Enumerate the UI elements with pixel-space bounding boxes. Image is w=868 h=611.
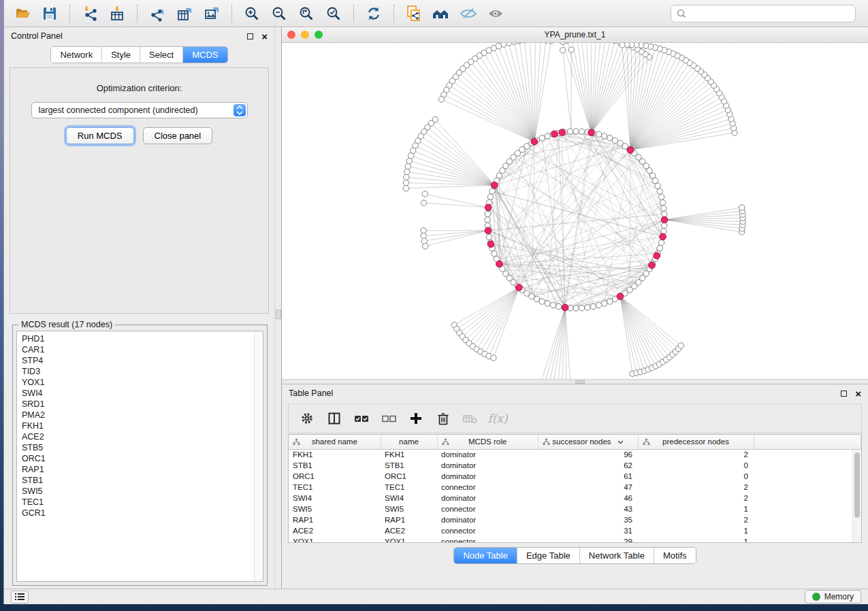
tab-motifs[interactable]: Motifs: [654, 548, 696, 563]
import-table-button[interactable]: [106, 3, 129, 24]
zoom-selected-button[interactable]: [322, 3, 345, 24]
zoom-fit-button[interactable]: [295, 3, 318, 24]
list-item[interactable]: TID3: [22, 366, 263, 377]
list-item[interactable]: PHD1: [22, 333, 263, 344]
table-scrollbar[interactable]: [852, 450, 861, 542]
import-network-button[interactable]: [78, 3, 101, 24]
list-item[interactable]: SWI4: [22, 388, 263, 399]
unchecked-checkboxes-icon: [381, 411, 397, 426]
tab-select[interactable]: Select: [140, 47, 183, 63]
memory-button[interactable]: Memory: [805, 590, 861, 604]
delete-columns-button[interactable]: [433, 408, 453, 429]
list-item[interactable]: TEC1: [22, 497, 263, 508]
deselect-all-button[interactable]: [379, 408, 399, 429]
tab-node-table[interactable]: Node Table: [454, 548, 517, 563]
tab-network[interactable]: Network: [51, 47, 102, 63]
column-header-predecessor-nodes[interactable]: predecessor nodes: [638, 435, 754, 449]
save-session-button[interactable]: [38, 3, 61, 24]
list-item[interactable]: STP4: [22, 355, 263, 366]
network-canvas[interactable]: [282, 43, 868, 379]
table-row[interactable]: STB1 STB1 dominator 62 0: [289, 460, 861, 471]
open-file-button[interactable]: [11, 3, 34, 24]
show-all-button[interactable]: [484, 3, 507, 24]
zoom-in-button[interactable]: [240, 3, 263, 24]
table-row[interactable]: RAP1 RAP1 dominator 35 2: [289, 514, 861, 525]
list-item[interactable]: SWI5: [22, 486, 263, 497]
function-builder-button[interactable]: f(x): [487, 408, 508, 429]
list-item[interactable]: RAP1: [22, 464, 263, 475]
list-item[interactable]: CAR1: [22, 344, 263, 355]
float-panel-icon[interactable]: [841, 391, 847, 397]
export-table-button[interactable]: [173, 3, 196, 24]
zoom-out-icon: [271, 5, 287, 22]
list-item[interactable]: ORC1: [22, 453, 263, 464]
list-item[interactable]: ACE2: [22, 431, 263, 442]
select-all-button[interactable]: [351, 408, 372, 429]
toolbar-separator: [353, 5, 354, 22]
search-box[interactable]: [671, 5, 856, 22]
tab-network-table[interactable]: Network Table: [580, 548, 654, 563]
delete-table-icon: [462, 411, 479, 426]
export-network-button[interactable]: [146, 3, 169, 24]
column-header-shared-name[interactable]: shared name: [289, 435, 381, 449]
home-layout-button[interactable]: [430, 3, 453, 24]
toolbar-separator: [231, 5, 232, 22]
list-item[interactable]: GCR1: [22, 508, 263, 518]
splitter-grip[interactable]: [276, 310, 281, 319]
float-panel-icon[interactable]: [247, 33, 253, 39]
scrollbar-thumb[interactable]: [854, 452, 860, 518]
network-window-title: YPA_prune.txt_1: [282, 30, 868, 39]
splitter-grip[interactable]: [575, 380, 585, 384]
task-history-button[interactable]: [11, 591, 29, 604]
vertical-splitter[interactable]: [274, 27, 282, 589]
network-graph[interactable]: [282, 43, 868, 379]
import-network-icon: [82, 5, 98, 22]
table-row[interactable]: FKH1 FKH1 dominator 96 2: [289, 449, 861, 460]
tab-mcds[interactable]: MCDS: [183, 47, 227, 63]
column-header-successor-nodes[interactable]: successor nodes: [538, 435, 638, 449]
fx-icon: f(x): [487, 412, 507, 425]
run-mcds-button[interactable]: Run MCDS: [66, 127, 134, 144]
add-column-button[interactable]: [406, 408, 426, 429]
search-input[interactable]: [690, 9, 850, 18]
two-houses-icon: [432, 5, 451, 22]
table-row[interactable]: SWI4 SWI4 dominator 46 2: [289, 493, 861, 503]
optimization-criterion-label: Optimization criterion:: [10, 83, 268, 93]
close-panel-icon[interactable]: ×: [261, 33, 268, 39]
column-header-name[interactable]: name: [381, 435, 437, 449]
table-row[interactable]: ORC1 ORC1 dominator 61 0: [289, 471, 861, 482]
list-item[interactable]: FKH1: [22, 420, 263, 431]
list-item[interactable]: PMA2: [22, 410, 263, 420]
criterion-dropdown[interactable]: largest connected component (undirected): [31, 102, 248, 118]
list-item[interactable]: YOX1: [22, 377, 263, 388]
delete-table-button[interactable]: [460, 408, 481, 429]
hide-selected-button[interactable]: [457, 3, 480, 24]
table-row[interactable]: ACE2 ACE2 connector 31 1: [289, 525, 861, 536]
refresh-button[interactable]: [362, 3, 385, 24]
column-header-mcds-role[interactable]: MCDS role: [437, 435, 538, 449]
copy-style-button[interactable]: [402, 3, 425, 24]
list-item[interactable]: STB1: [22, 475, 263, 486]
close-panel-icon[interactable]: ×: [855, 391, 861, 397]
list-item[interactable]: SRD1: [22, 399, 263, 410]
network-view-window: YPA_prune.txt_1: [282, 27, 868, 379]
table-row[interactable]: SWI5 SWI5 connector 43 1: [289, 503, 861, 514]
list-item[interactable]: STB5: [22, 442, 263, 453]
checked-checkboxes-icon: [353, 411, 370, 426]
table-row[interactable]: YOX1 YOX1 connector 29 1: [289, 536, 861, 543]
table-row[interactable]: TEC1 TEC1 connector 47 2: [289, 482, 861, 493]
export-image-button[interactable]: [200, 3, 223, 24]
column-header-filler: [754, 435, 861, 449]
save-floppy-icon: [42, 5, 58, 22]
hierarchy-icon: [293, 438, 300, 447]
mcds-list-scrollbar[interactable]: [254, 331, 263, 581]
show-columns-button[interactable]: [324, 408, 344, 429]
close-panel-button[interactable]: Close panel: [143, 127, 213, 144]
horizontal-splitter[interactable]: [282, 379, 868, 384]
table-options-button[interactable]: [297, 408, 317, 429]
hierarchy-icon: [643, 438, 650, 447]
network-window-titlebar[interactable]: YPA_prune.txt_1: [282, 27, 868, 43]
tab-style[interactable]: Style: [102, 47, 140, 63]
tab-edge-table[interactable]: Edge Table: [517, 548, 580, 563]
zoom-out-button[interactable]: [268, 3, 291, 24]
